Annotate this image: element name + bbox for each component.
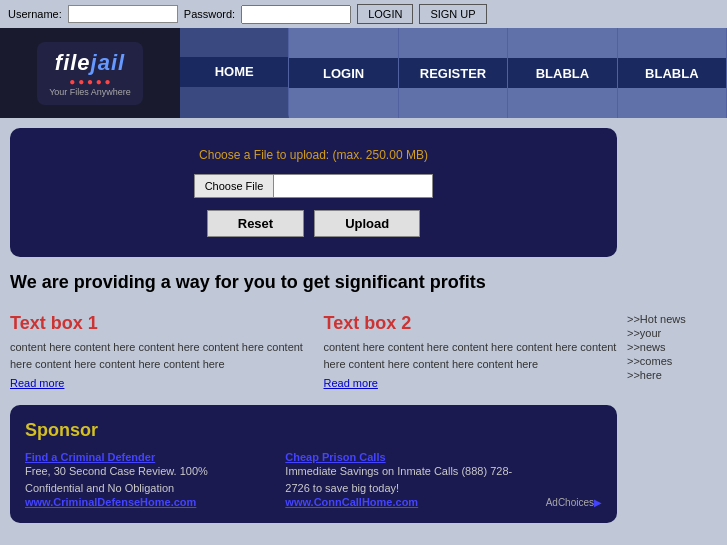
text-boxes: Text box 1 content here content here con… bbox=[10, 308, 617, 395]
nav-item-blabla2[interactable]: BLABLA bbox=[618, 28, 727, 118]
nav-header: filejail ● ● ● ● ● Your Files Anywhere H… bbox=[0, 28, 727, 118]
sponsor-ad-1: Find a Criminal Defender Free, 30 Second… bbox=[25, 451, 265, 508]
nav-items: HOME LOGIN REGISTER BLABLA BLABLA bbox=[180, 28, 727, 118]
nav-item-login[interactable]: LOGIN bbox=[289, 28, 398, 118]
password-label: Password: bbox=[184, 8, 235, 20]
file-input-row: Choose File bbox=[194, 174, 434, 198]
ad-2-link[interactable]: Cheap Prison Calls bbox=[285, 451, 525, 463]
reset-button[interactable]: Reset bbox=[207, 210, 304, 237]
logo-subtitle: Your Files Anywhere bbox=[49, 87, 131, 97]
choose-file-button[interactable]: Choose File bbox=[194, 174, 274, 198]
ad-1-link[interactable]: Find a Criminal Defender bbox=[25, 451, 265, 463]
username-label: Username: bbox=[8, 8, 62, 20]
nav-item-home[interactable]: HOME bbox=[180, 28, 289, 118]
password-input[interactable] bbox=[241, 5, 351, 24]
sidebar-link-0[interactable]: >>Hot news bbox=[627, 313, 712, 325]
tagline: We are providing a way for you to get si… bbox=[10, 267, 617, 298]
upload-label: Choose a File to upload: (max. 250.00 MB… bbox=[199, 148, 428, 162]
sidebar-link-2[interactable]: >>news bbox=[627, 341, 712, 353]
adchoices: AdChoices ▶ bbox=[546, 451, 602, 508]
right-sidebar: >>Hot news >>your >>news >>comes >>here bbox=[617, 308, 717, 523]
nav-item-blabla1[interactable]: BLABLA bbox=[508, 28, 617, 118]
ad-1-text: Free, 30 Second Case Review. 100% Confid… bbox=[25, 463, 265, 496]
sponsor-title: Sponsor bbox=[25, 420, 602, 441]
sidebar-link-1[interactable]: >>your bbox=[627, 327, 712, 339]
read-more-2[interactable]: Read more bbox=[324, 377, 378, 389]
ad-2-url[interactable]: www.ConnCallHome.com bbox=[285, 496, 525, 508]
text-box-1-content: content here content here content here c… bbox=[10, 339, 304, 372]
sponsor-ads: Find a Criminal Defender Free, 30 Second… bbox=[25, 451, 602, 508]
read-more-1[interactable]: Read more bbox=[10, 377, 64, 389]
left-content: Choose a File to upload: (max. 250.00 MB… bbox=[10, 128, 617, 523]
upload-box: Choose a File to upload: (max. 250.00 MB… bbox=[10, 128, 617, 257]
text-box-2: Text box 2 content here content here con… bbox=[324, 313, 618, 390]
main-content: Choose a File to upload: (max. 250.00 MB… bbox=[0, 118, 727, 533]
text-box-2-content: content here content here content here c… bbox=[324, 339, 618, 372]
text-box-1-title: Text box 1 bbox=[10, 313, 304, 334]
nav-item-register[interactable]: REGISTER bbox=[399, 28, 508, 118]
upload-button[interactable]: Upload bbox=[314, 210, 420, 237]
sidebar-link-4[interactable]: >>here bbox=[627, 369, 712, 381]
text-box-1: Text box 1 content here content here con… bbox=[10, 313, 304, 390]
ad-1-url[interactable]: www.CriminalDefenseHome.com bbox=[25, 496, 265, 508]
username-input[interactable] bbox=[68, 5, 178, 23]
top-bar: Username: Password: LOGIN SIGN UP bbox=[0, 0, 727, 28]
sidebar-link-3[interactable]: >>comes bbox=[627, 355, 712, 367]
signup-button[interactable]: SIGN UP bbox=[419, 4, 486, 24]
text-box-2-title: Text box 2 bbox=[324, 313, 618, 334]
sponsor-box: Sponsor Find a Criminal Defender Free, 3… bbox=[10, 405, 617, 523]
login-button[interactable]: LOGIN bbox=[357, 4, 413, 24]
logo-area: filejail ● ● ● ● ● Your Files Anywhere bbox=[0, 28, 180, 118]
ad-2-text: Immediate Savings on Inmate Calls (888) … bbox=[285, 463, 525, 496]
upload-buttons: Reset Upload bbox=[207, 210, 420, 237]
logo-dots: ● ● ● ● ● bbox=[49, 76, 131, 87]
logo-title: filejail bbox=[49, 50, 131, 76]
logo-box: filejail ● ● ● ● ● Your Files Anywhere bbox=[37, 42, 143, 105]
sponsor-ad-2: Cheap Prison Calls Immediate Savings on … bbox=[285, 451, 525, 508]
adchoices-icon: ▶ bbox=[594, 497, 602, 508]
file-name-display bbox=[273, 174, 433, 198]
